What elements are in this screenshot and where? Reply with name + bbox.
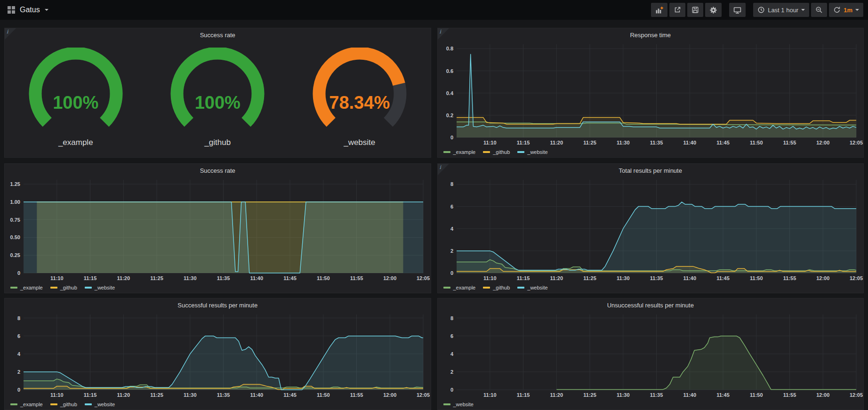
x-axis-tick-label: 11:45 — [716, 140, 730, 145]
x-axis-tick-label: 12:00 — [816, 275, 829, 281]
x-axis-tick-label: 11:10 — [483, 140, 497, 145]
chart-canvas: 0246811:1011:1511:2011:2511:3011:3511:40… — [5, 311, 431, 399]
panel-total-results: i Total results per minute 0246811:1011:… — [437, 163, 864, 293]
y-axis-tick-label: 8 — [450, 315, 453, 321]
y-axis-tick-label: 2 — [450, 248, 453, 254]
gauge-arc — [308, 48, 411, 135]
y-axis-tick-label: 6 — [450, 333, 453, 339]
legend-color-swatch — [85, 403, 92, 405]
x-axis-tick-label: 11:40 — [683, 275, 696, 281]
legend-item[interactable]: _github — [483, 285, 510, 290]
share-button[interactable] — [669, 3, 685, 17]
cycle-view-button[interactable] — [729, 3, 746, 17]
panel-title[interactable]: Successful results per minute — [5, 298, 431, 311]
legend-color-swatch — [443, 151, 450, 153]
y-axis-tick-label: 8 — [17, 315, 20, 321]
x-axis-tick-label: 11:55 — [350, 392, 363, 398]
x-axis-tick-label: 11:45 — [716, 392, 730, 398]
panel-title[interactable]: Total results per minute — [438, 164, 864, 176]
legend-item[interactable]: _website — [517, 285, 547, 290]
x-axis-tick-label: 11:25 — [583, 275, 596, 281]
panel-title[interactable]: Success rate — [5, 28, 431, 40]
chart-legend: _website — [438, 399, 864, 410]
add-panel-button[interactable] — [651, 3, 667, 17]
x-axis-tick-label: 11:25 — [150, 392, 163, 398]
unsuccessful-results-chart[interactable]: 0246811:1011:1511:2011:2511:3011:3511:40… — [438, 311, 864, 399]
x-axis-tick-label: 12:00 — [816, 140, 829, 145]
legend-item[interactable]: _website — [517, 149, 547, 155]
panel-info-corner[interactable]: i — [438, 164, 449, 175]
legend-color-swatch — [483, 287, 490, 289]
series-fill — [24, 336, 423, 390]
panel-info-corner[interactable]: i — [438, 28, 449, 40]
zoom-out-button[interactable] — [811, 3, 827, 17]
legend-item[interactable]: _example — [443, 285, 476, 290]
x-axis-tick-label: 11:55 — [350, 275, 363, 281]
dashboard-grid-icon[interactable] — [8, 6, 15, 14]
dashboard-title[interactable]: Gatus — [20, 6, 40, 14]
x-axis-tick-label: 11:15 — [84, 275, 97, 281]
save-icon — [691, 6, 699, 14]
panel-info-corner[interactable]: i — [5, 28, 16, 40]
x-axis-tick-label: 11:30 — [184, 392, 197, 398]
x-axis-tick-label: 11:10 — [483, 275, 497, 281]
legend-item[interactable]: _github — [483, 149, 510, 155]
chart-legend: _example_github_website — [5, 282, 431, 293]
x-axis-tick-label: 11:50 — [750, 275, 763, 281]
gauge-value: 78.34% — [303, 93, 416, 113]
panel-title[interactable]: Response time — [438, 28, 864, 40]
x-axis-tick-label: 11:30 — [617, 275, 630, 281]
time-range-button[interactable]: Last 1 hour — [753, 3, 809, 17]
x-axis-tick-label: 11:35 — [650, 392, 663, 398]
response-time-chart[interactable]: 00.20.40.60.811:1011:1511:2011:2511:3011… — [438, 40, 864, 147]
y-axis-tick-label: 1.25 — [10, 181, 20, 187]
chart-canvas: 0246811:1011:1511:2011:2511:3011:3511:40… — [438, 311, 864, 399]
successful-results-chart[interactable]: 0246811:1011:1511:2011:2511:3011:3511:40… — [5, 311, 431, 399]
legend-color-swatch — [10, 287, 17, 289]
gauge-arc — [24, 48, 128, 135]
caret-down-icon — [855, 9, 859, 13]
x-axis-tick-label: 11:20 — [550, 140, 563, 145]
gauge-row: 100% _example 100% _github 78.34% _websi… — [5, 40, 431, 157]
refresh-icon — [833, 6, 841, 14]
y-axis-tick-label: 2 — [450, 369, 453, 375]
chart-canvas: 0246811:1011:1511:2011:2511:3011:3511:40… — [438, 176, 864, 282]
y-axis-tick-label: 0 — [450, 387, 453, 393]
panel-title[interactable]: Success rate — [5, 164, 431, 176]
clock-icon — [757, 6, 765, 14]
panel-successful-results: Successful results per minute 0246811:10… — [4, 298, 431, 410]
total-results-chart[interactable]: 0246811:1011:1511:2011:2511:3011:3511:40… — [438, 176, 864, 282]
panel-success-rate-series: Success rate 00.250.500.751.001.2511:101… — [4, 163, 431, 293]
legend-item[interactable]: _website — [443, 402, 474, 407]
x-axis-tick-label: 11:35 — [650, 275, 663, 281]
gauge-label: _github — [204, 138, 231, 147]
legend-item[interactable]: _example — [443, 149, 476, 155]
caret-down-icon[interactable] — [45, 9, 48, 13]
x-axis-tick-label: 11:40 — [250, 392, 264, 398]
y-axis-tick-label: 0 — [17, 387, 20, 393]
zoom-out-icon — [815, 6, 823, 14]
legend-item[interactable]: _example — [10, 285, 43, 290]
legend-item[interactable]: _github — [50, 285, 77, 290]
x-axis-tick-label: 11:55 — [783, 392, 796, 398]
panel-title[interactable]: Unsuccessful results per minute — [438, 298, 864, 311]
gauge-value: 100% — [19, 93, 132, 113]
y-axis-tick-label: 6 — [450, 204, 453, 209]
success-rate-chart[interactable]: 00.250.500.751.001.2511:1011:1511:2011:2… — [5, 176, 431, 282]
legend-item[interactable]: _website — [85, 402, 115, 407]
gauge-github: 100% _github — [161, 48, 274, 147]
legend-item[interactable]: _example — [10, 402, 43, 407]
y-axis-tick-label: 0.75 — [10, 217, 20, 223]
y-axis-tick-label: 8 — [450, 181, 453, 187]
legend-item[interactable]: _github — [50, 402, 77, 407]
legend-item[interactable]: _website — [85, 285, 115, 290]
panel-success-rate-gauges: i Success rate 100% _example 100% _githu… — [4, 28, 431, 158]
refresh-interval-label: 1m — [844, 7, 852, 14]
refresh-button[interactable]: 1m — [829, 3, 863, 17]
y-axis-tick-label: 0.6 — [446, 68, 453, 74]
x-axis-tick-label: 11:20 — [117, 392, 130, 398]
chart-canvas: 00.20.40.60.811:1011:1511:2011:2511:3011… — [438, 40, 864, 147]
save-button[interactable] — [687, 3, 703, 17]
legend-color-swatch — [443, 287, 450, 289]
settings-button[interactable] — [705, 3, 722, 17]
